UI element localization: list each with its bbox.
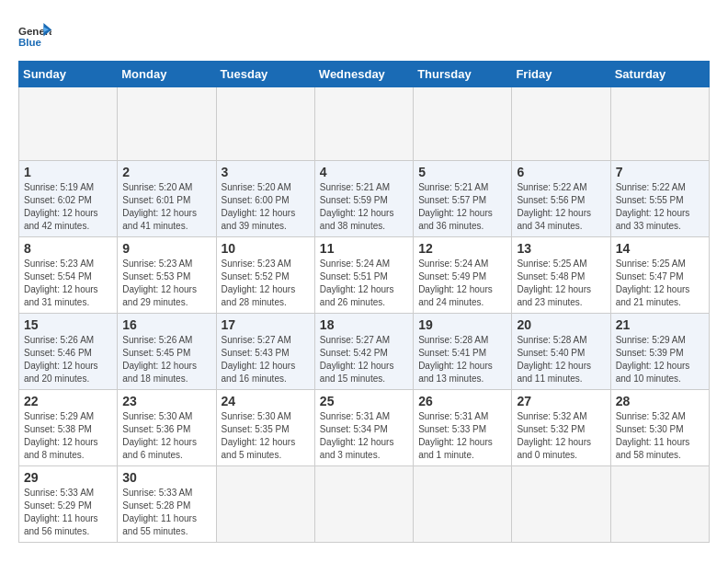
calendar-week-5: 22Sunrise: 5:29 AM Sunset: 5:38 PM Dayli… <box>19 390 710 466</box>
day-info: Sunrise: 5:33 AM Sunset: 5:28 PM Dayligh… <box>122 487 210 538</box>
day-number: 15 <box>24 317 112 332</box>
day-info: Sunrise: 5:26 AM Sunset: 5:45 PM Dayligh… <box>122 334 210 385</box>
calendar-cell: 14Sunrise: 5:25 AM Sunset: 5:47 PM Dayli… <box>610 237 709 314</box>
day-info: Sunrise: 5:25 AM Sunset: 5:47 PM Dayligh… <box>616 258 704 309</box>
day-number: 11 <box>320 241 408 256</box>
calendar-cell <box>314 87 413 161</box>
calendar-cell <box>314 466 413 543</box>
page-header: General Blue <box>18 18 710 52</box>
calendar-week-2: 1Sunrise: 5:19 AM Sunset: 6:02 PM Daylig… <box>19 161 710 237</box>
day-number: 24 <box>222 394 310 408</box>
calendar-cell: 22Sunrise: 5:29 AM Sunset: 5:38 PM Dayli… <box>19 390 118 466</box>
day-info: Sunrise: 5:23 AM Sunset: 5:52 PM Dayligh… <box>222 258 310 309</box>
day-info: Sunrise: 5:30 AM Sunset: 5:35 PM Dayligh… <box>222 410 310 462</box>
day-number: 13 <box>517 241 605 256</box>
day-number: 7 <box>616 165 704 179</box>
calendar-cell <box>414 87 512 161</box>
weekday-thursday: Thursday <box>414 62 512 87</box>
calendar-cell <box>216 466 314 543</box>
calendar-cell: 15Sunrise: 5:26 AM Sunset: 5:46 PM Dayli… <box>19 314 118 390</box>
calendar-cell: 8Sunrise: 5:23 AM Sunset: 5:54 PM Daylig… <box>19 237 118 314</box>
calendar-cell <box>512 466 610 543</box>
calendar-cell: 13Sunrise: 5:25 AM Sunset: 5:48 PM Dayli… <box>512 237 610 314</box>
day-number: 29 <box>24 470 112 485</box>
calendar-cell: 20Sunrise: 5:28 AM Sunset: 5:40 PM Dayli… <box>512 314 610 390</box>
calendar-table: SundayMondayTuesdayWednesdayThursdayFrid… <box>18 61 710 543</box>
day-number: 21 <box>616 317 704 332</box>
weekday-friday: Friday <box>512 62 610 87</box>
calendar-cell: 5Sunrise: 5:21 AM Sunset: 5:57 PM Daylig… <box>414 161 512 237</box>
day-number: 10 <box>222 241 310 256</box>
calendar-week-4: 15Sunrise: 5:26 AM Sunset: 5:46 PM Dayli… <box>19 314 710 390</box>
day-info: Sunrise: 5:26 AM Sunset: 5:46 PM Dayligh… <box>24 334 112 385</box>
calendar-cell: 29Sunrise: 5:33 AM Sunset: 5:29 PM Dayli… <box>19 466 118 543</box>
calendar-cell: 9Sunrise: 5:23 AM Sunset: 5:53 PM Daylig… <box>118 237 216 314</box>
calendar-cell: 26Sunrise: 5:31 AM Sunset: 5:33 PM Dayli… <box>414 390 512 466</box>
calendar-cell: 7Sunrise: 5:22 AM Sunset: 5:55 PM Daylig… <box>610 161 709 237</box>
calendar-week-6: 29Sunrise: 5:33 AM Sunset: 5:29 PM Dayli… <box>19 466 710 543</box>
calendar-cell: 27Sunrise: 5:32 AM Sunset: 5:32 PM Dayli… <box>512 390 610 466</box>
calendar-cell: 17Sunrise: 5:27 AM Sunset: 5:43 PM Dayli… <box>216 314 314 390</box>
svg-text:Blue: Blue <box>18 37 42 48</box>
day-number: 8 <box>24 241 112 256</box>
day-number: 2 <box>122 165 210 179</box>
calendar-cell <box>512 87 610 161</box>
day-info: Sunrise: 5:27 AM Sunset: 5:43 PM Dayligh… <box>222 334 310 385</box>
calendar-cell: 4Sunrise: 5:21 AM Sunset: 5:59 PM Daylig… <box>314 161 413 237</box>
day-info: Sunrise: 5:32 AM Sunset: 5:32 PM Dayligh… <box>517 410 605 462</box>
calendar-cell: 23Sunrise: 5:30 AM Sunset: 5:36 PM Dayli… <box>118 390 216 466</box>
logo: General Blue <box>18 18 51 52</box>
day-info: Sunrise: 5:24 AM Sunset: 5:49 PM Dayligh… <box>418 258 506 309</box>
day-number: 20 <box>517 317 605 332</box>
day-number: 16 <box>122 317 210 332</box>
calendar-week-3: 8Sunrise: 5:23 AM Sunset: 5:54 PM Daylig… <box>19 237 710 314</box>
day-info: Sunrise: 5:33 AM Sunset: 5:29 PM Dayligh… <box>24 487 112 538</box>
calendar-cell: 11Sunrise: 5:24 AM Sunset: 5:51 PM Dayli… <box>314 237 413 314</box>
calendar-cell: 21Sunrise: 5:29 AM Sunset: 5:39 PM Dayli… <box>610 314 709 390</box>
day-info: Sunrise: 5:28 AM Sunset: 5:41 PM Dayligh… <box>418 334 506 385</box>
day-number: 30 <box>122 470 210 485</box>
calendar-cell: 1Sunrise: 5:19 AM Sunset: 6:02 PM Daylig… <box>19 161 118 237</box>
calendar-cell: 28Sunrise: 5:32 AM Sunset: 5:30 PM Dayli… <box>610 390 709 466</box>
day-info: Sunrise: 5:32 AM Sunset: 5:30 PM Dayligh… <box>616 410 704 462</box>
calendar-cell: 18Sunrise: 5:27 AM Sunset: 5:42 PM Dayli… <box>314 314 413 390</box>
day-info: Sunrise: 5:21 AM Sunset: 5:57 PM Dayligh… <box>418 181 506 233</box>
day-info: Sunrise: 5:27 AM Sunset: 5:42 PM Dayligh… <box>320 334 408 385</box>
day-number: 25 <box>320 394 408 408</box>
day-number: 22 <box>24 394 112 408</box>
weekday-saturday: Saturday <box>610 62 709 87</box>
day-number: 12 <box>418 241 506 256</box>
day-info: Sunrise: 5:28 AM Sunset: 5:40 PM Dayligh… <box>517 334 605 385</box>
calendar-cell: 16Sunrise: 5:26 AM Sunset: 5:45 PM Dayli… <box>118 314 216 390</box>
calendar-cell: 3Sunrise: 5:20 AM Sunset: 6:00 PM Daylig… <box>216 161 314 237</box>
calendar-cell <box>414 466 512 543</box>
day-info: Sunrise: 5:19 AM Sunset: 6:02 PM Dayligh… <box>24 181 112 233</box>
day-number: 17 <box>222 317 310 332</box>
day-info: Sunrise: 5:30 AM Sunset: 5:36 PM Dayligh… <box>122 410 210 462</box>
calendar-cell <box>216 87 314 161</box>
day-number: 28 <box>616 394 704 408</box>
day-info: Sunrise: 5:24 AM Sunset: 5:51 PM Dayligh… <box>320 258 408 309</box>
weekday-tuesday: Tuesday <box>216 62 314 87</box>
day-info: Sunrise: 5:31 AM Sunset: 5:34 PM Dayligh… <box>320 410 408 462</box>
weekday-header-row: SundayMondayTuesdayWednesdayThursdayFrid… <box>19 62 710 87</box>
day-number: 18 <box>320 317 408 332</box>
calendar-cell <box>118 87 216 161</box>
day-info: Sunrise: 5:20 AM Sunset: 6:01 PM Dayligh… <box>122 181 210 233</box>
calendar-cell: 6Sunrise: 5:22 AM Sunset: 5:56 PM Daylig… <box>512 161 610 237</box>
day-number: 19 <box>418 317 506 332</box>
day-number: 9 <box>122 241 210 256</box>
calendar-body: 1Sunrise: 5:19 AM Sunset: 6:02 PM Daylig… <box>19 87 710 543</box>
calendar-cell <box>610 466 709 543</box>
calendar-cell: 30Sunrise: 5:33 AM Sunset: 5:28 PM Dayli… <box>118 466 216 543</box>
day-info: Sunrise: 5:23 AM Sunset: 5:54 PM Dayligh… <box>24 258 112 309</box>
day-number: 4 <box>320 165 408 179</box>
day-number: 23 <box>122 394 210 408</box>
day-info: Sunrise: 5:25 AM Sunset: 5:48 PM Dayligh… <box>517 258 605 309</box>
calendar-week-1 <box>19 87 710 161</box>
weekday-monday: Monday <box>118 62 216 87</box>
calendar-cell: 25Sunrise: 5:31 AM Sunset: 5:34 PM Dayli… <box>314 390 413 466</box>
day-info: Sunrise: 5:31 AM Sunset: 5:33 PM Dayligh… <box>418 410 506 462</box>
day-info: Sunrise: 5:21 AM Sunset: 5:59 PM Dayligh… <box>320 181 408 233</box>
day-number: 27 <box>517 394 605 408</box>
